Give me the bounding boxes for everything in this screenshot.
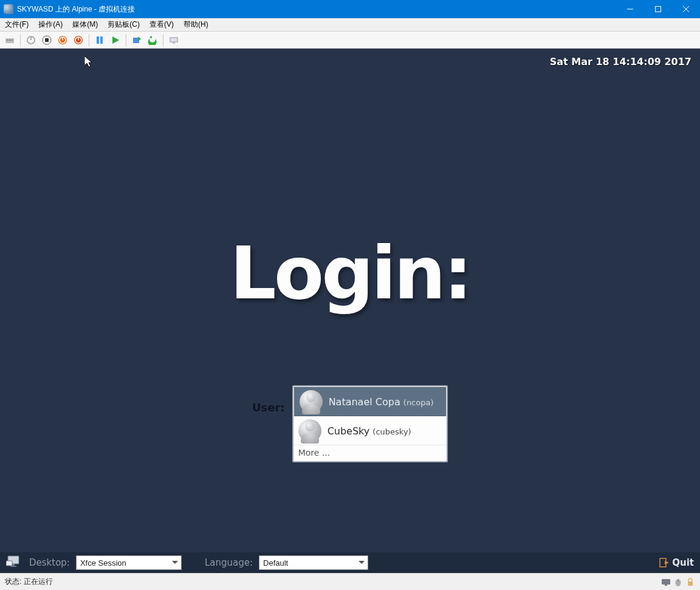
- menu-help[interactable]: 帮助(H): [179, 18, 213, 31]
- svg-rect-2: [7, 39, 9, 41]
- svg-rect-22: [173, 43, 175, 44]
- pause-icon[interactable]: [92, 33, 107, 47]
- user-name-text: CubeSky (cubesky): [328, 425, 411, 437]
- status-bar: 状态: 正在运行: [0, 573, 700, 590]
- quit-label: Quit: [672, 557, 694, 568]
- app-icon: [4, 4, 13, 14]
- menu-file[interactable]: 文件(F): [0, 18, 33, 31]
- checkpoint-icon[interactable]: [129, 33, 144, 47]
- avatar-icon: [300, 390, 323, 413]
- toolbar: [0, 32, 700, 49]
- svg-rect-16: [100, 36, 103, 44]
- svg-marker-17: [112, 36, 119, 44]
- user-name-text: Natanael Copa (ncopa): [329, 396, 434, 408]
- toolbar-separator: [126, 34, 126, 46]
- toolbar-separator: [89, 34, 89, 46]
- ctrl-alt-del-icon[interactable]: [2, 33, 17, 47]
- menu-clipboard[interactable]: 剪贴板(C): [103, 18, 145, 31]
- desktop-select[interactable]: [76, 555, 182, 570]
- svg-marker-29: [665, 561, 669, 564]
- window-titlebar: SKYWASD 上的 Alpine - 虚拟机连接: [0, 0, 700, 18]
- svg-rect-30: [662, 579, 670, 585]
- svg-marker-19: [138, 36, 141, 41]
- svg-rect-3: [9, 39, 11, 41]
- enhanced-session-icon[interactable]: [166, 33, 181, 47]
- mouse-status-icon: [673, 577, 683, 587]
- guest-screen[interactable]: Sat Mar 18 14:14:09 2017 Login: User: Na…: [0, 49, 700, 573]
- turnoff-icon[interactable]: [55, 33, 70, 47]
- svg-rect-0: [656, 7, 661, 12]
- svg-rect-27: [6, 561, 12, 566]
- svg-rect-4: [12, 39, 13, 41]
- toolbar-separator: [163, 34, 163, 46]
- status-text: 状态: 正在运行: [5, 577, 53, 587]
- login-heading: Login:: [0, 237, 700, 310]
- lock-status-icon: [685, 577, 695, 587]
- svg-rect-21: [171, 38, 177, 41]
- user-more[interactable]: More ...: [293, 445, 447, 461]
- desktop-label: Desktop:: [29, 557, 70, 568]
- toolbar-separator: [20, 34, 21, 46]
- user-label: User:: [252, 401, 285, 462]
- user-item-cubesky[interactable]: CubeSky (cubesky): [293, 417, 447, 445]
- svg-rect-31: [665, 585, 667, 586]
- menu-bar: 文件(F) 操作(A) 媒体(M) 剪贴板(C) 查看(V) 帮助(H): [0, 18, 700, 32]
- maximize-button[interactable]: [644, 0, 672, 18]
- svg-rect-34: [688, 581, 693, 586]
- reset-icon[interactable]: [71, 33, 86, 47]
- menu-action[interactable]: 操作(A): [33, 18, 67, 31]
- svg-marker-23: [84, 56, 92, 67]
- clock-text: Sat Mar 18 14:14:09 2017: [550, 56, 691, 67]
- screen-status-icon: [661, 577, 671, 587]
- start-icon[interactable]: [108, 33, 123, 47]
- svg-rect-15: [97, 36, 99, 44]
- close-button[interactable]: [672, 0, 700, 18]
- guest-bottom-bar: Desktop: Language: Quit: [0, 552, 700, 573]
- menu-view[interactable]: 查看(V): [145, 18, 179, 31]
- language-select[interactable]: [259, 555, 368, 570]
- user-area: User: Natanael Copa (ncopa) CubeSky (cub…: [252, 385, 448, 462]
- shutdown-icon[interactable]: [39, 33, 54, 47]
- user-item-ncopa[interactable]: Natanael Copa (ncopa): [294, 387, 446, 416]
- avatar-icon: [298, 419, 321, 442]
- minimize-button[interactable]: [616, 0, 644, 18]
- user-list: Natanael Copa (ncopa) CubeSky (cubesky) …: [292, 385, 448, 462]
- svg-rect-25: [12, 564, 15, 566]
- power-off-icon[interactable]: [24, 33, 38, 47]
- language-label: Language:: [205, 557, 253, 568]
- quit-button[interactable]: Quit: [659, 557, 694, 568]
- window-title: SKYWASD 上的 Alpine - 虚拟机连接: [17, 4, 616, 15]
- quit-icon: [659, 557, 670, 568]
- revert-icon[interactable]: [145, 33, 160, 47]
- window-controls: [616, 0, 700, 18]
- svg-rect-8: [45, 38, 49, 42]
- menu-media[interactable]: 媒体(M): [67, 18, 103, 31]
- mouse-cursor-icon: [84, 56, 93, 68]
- desktop-icon: [6, 555, 23, 571]
